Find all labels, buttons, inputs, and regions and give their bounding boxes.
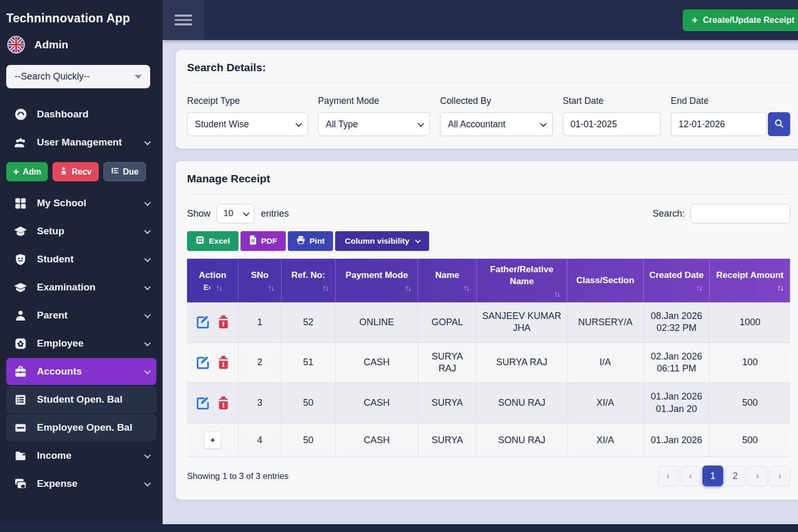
cell-father-name: SURYA RAJ [476,342,567,383]
edit-icon [195,355,211,370]
delete-button[interactable] [217,315,230,329]
receipts-table: Action E› ↑↓ SNo ↑↓ [187,259,790,457]
sidebar-item-label: Student Open. Bal [37,394,123,405]
header-ref-no[interactable]: Ref. No: ↑↓ [281,259,335,302]
sidebar-item-user-management[interactable]: User Management [6,129,156,156]
edit-button[interactable] [195,395,211,411]
sidebar-item-label: My School [37,197,86,209]
cell-class-section: XI/A [567,423,643,457]
caret-down-icon [415,237,421,243]
end-date-label: End Date [671,96,790,107]
receipt-type-select[interactable]: Student Wise [187,112,308,136]
sidebar-item-label: Employee Open. Bal [37,422,132,433]
show-entries-group: Show 10 entries [187,204,289,223]
header-father-relative-name[interactable]: Father/Relative Name ↑↓ [476,259,567,302]
sidebar-item-setup[interactable]: Setup [6,218,156,245]
header-sno[interactable]: SNo ↑↓ [238,259,281,302]
header-payment-mode[interactable]: Payment Mode ↑↓ [336,259,418,302]
table-footer: Showing 1 to 3 of 3 entries ‹ ‹ 1 2 › › [187,464,790,487]
column-visibility-button[interactable]: Column visibility [335,231,429,251]
expand-row-button[interactable]: ✦ [204,431,221,449]
table-search-input[interactable] [690,204,790,223]
collected-by-value: All Accountant [448,119,506,130]
payment-mode-select[interactable]: All Type [318,112,430,136]
header-action[interactable]: Action E› ↑↓ [187,259,238,302]
sidebar-item-parent[interactable]: Parent [6,302,156,329]
payment-mode-label: Payment Mode [318,96,430,107]
sort-icon: ↑↓ [554,289,563,298]
column-visibility-label: Column visibility [345,236,409,246]
trash-icon [217,355,230,370]
header-class-section[interactable]: Class/Section [567,259,643,302]
table-body: 1 52 ONLINE GOPAL SANJEEV KUMAR JHA NURS… [187,302,790,457]
chevron-down-icon [144,339,151,346]
start-date-input[interactable]: 01-01-2025 [563,112,661,136]
page-size-select[interactable]: 10 [217,204,255,223]
grid-icon [14,196,28,210]
pagination-page-2[interactable]: 2 [725,466,746,486]
quick-action-buttons: + Adm Recv Due [6,162,156,181]
manage-receipt-card: Manage Receipt Show 10 entries Search: [176,161,798,500]
end-date-input[interactable]: 12-01-2026 [671,112,767,136]
sidebar-item-income[interactable]: Income [6,442,156,469]
hamburger-menu-icon[interactable] [163,0,204,40]
cell-sno: 1 [238,302,281,342]
excel-button[interactable]: Excel [187,231,238,251]
sidebar-item-label: Income [37,450,72,461]
header-receipt-amount[interactable]: Receipt Amount ↑↓ [709,259,790,302]
quick-search-select[interactable]: --Search Quickly-- [6,65,150,88]
cell-name: SURYA [418,383,477,423]
window-bottom-edge [0,524,798,532]
sidebar-item-label: Accounts [37,366,82,377]
collected-by-select[interactable]: All Accountant [440,112,553,136]
sort-icon: ↑↓ [405,283,414,292]
sidebar-item-label: User Management [37,137,122,148]
cell-sno: 2 [238,342,281,383]
edit-button[interactable] [195,355,211,370]
start-date-label: Start Date [563,96,661,107]
pagination-page-1[interactable]: 1 [702,466,723,486]
student-badge-icon [14,252,28,267]
chevron-down-icon [243,209,250,216]
header-name[interactable]: Name ↑↓ [418,259,477,302]
create-update-receipt-button[interactable]: + Create/Update Receipt [683,9,798,31]
print-button[interactable]: Pint [288,231,333,251]
cell-created-date: 01.Jan 2026 [644,423,710,457]
graduation-cap-icon [14,281,28,295]
table-search-group: Search: [653,204,790,223]
recv-button[interactable]: Recv [52,162,98,181]
due-button[interactable]: Due [103,162,146,181]
pagination-first-button[interactable]: ‹ [658,466,679,486]
list-icon [14,393,28,407]
sidebar-item-accounts[interactable]: Accounts [6,358,156,385]
sidebar-item-my-school[interactable]: My School [6,190,156,217]
delete-button[interactable] [217,355,230,370]
sidebar-item-student[interactable]: Student [6,246,156,273]
main-area: + Create/Update Receipt Search Details: … [163,0,798,532]
pdf-button[interactable]: PDF [241,231,286,251]
pagination-prev-button[interactable]: ‹ [680,466,701,486]
sidebar-item-examination[interactable]: Examination [6,274,156,301]
uk-flag-avatar [7,36,25,54]
sidebar-item-employee[interactable]: Employee [6,330,156,357]
adm-button[interactable]: + Adm [6,162,48,181]
user-profile[interactable]: Admin [0,29,163,57]
sidebar-item-label: Examination [37,282,96,293]
sidebar-item-label: Dashboard [37,109,88,120]
date-search-button[interactable] [768,112,790,136]
cell-created-date: 08.Jan 2026 02:32 PM [644,302,710,342]
edit-button[interactable] [195,314,211,330]
sidebar-item-label: Expense [37,478,77,489]
sidebar-item-expense[interactable]: Expense [6,470,156,497]
header-created-date[interactable]: Created Date ↑↓ [644,259,710,302]
cell-action [187,342,238,383]
cell-created-date: 01.Jan 2026 01.Jan 20 [644,383,710,423]
sidebar-item-employee-open-bal[interactable]: Employee Open. Bal [6,414,156,441]
pagination-next-button[interactable]: › [747,466,768,486]
sidebar-item-student-open-bal[interactable]: Student Open. Bal [6,386,156,413]
employee-flower-icon [14,337,28,351]
pagination-last-button[interactable]: › [769,466,790,486]
sidebar-item-dashboard[interactable]: Dashboard [6,101,156,128]
delete-button[interactable] [217,396,230,410]
sidebar-item-label: Parent [37,310,68,321]
